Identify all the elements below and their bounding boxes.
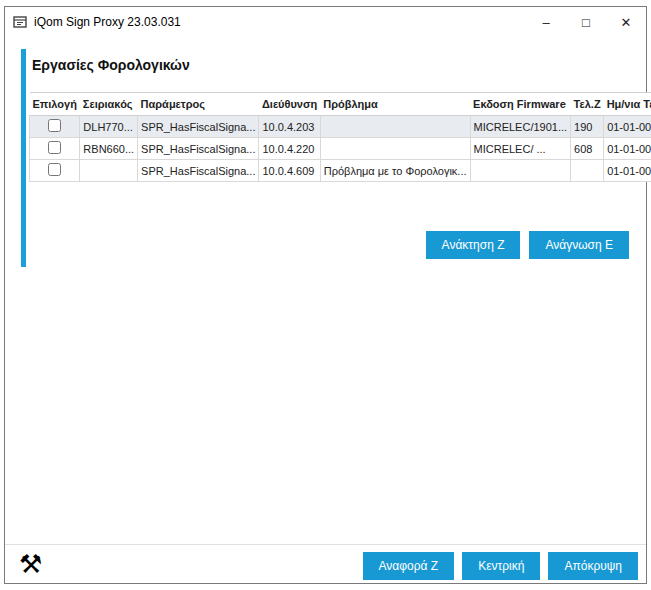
cell-problem [320, 138, 470, 160]
cell-date-telz: 01-01-0001 ... [604, 138, 651, 160]
titlebar: iQom Sign Proxy 23.03.031 – □ ✕ [5, 7, 646, 37]
column-header-address: Διεύθυνση [259, 93, 320, 116]
cell-address: 10.0.4.203 [259, 116, 320, 138]
cell-firmware [470, 160, 571, 182]
row-checkbox[interactable] [48, 119, 61, 132]
close-button[interactable]: ✕ [606, 7, 646, 37]
report-z-button[interactable]: Αναφορά Z [363, 552, 455, 580]
cell-problem: Πρόβλημα με το Φορολογικ... [320, 160, 470, 182]
cell-serial: DLH770... [80, 116, 138, 138]
window-title: iQom Sign Proxy 23.03.031 [34, 15, 181, 29]
footer-divider [5, 544, 646, 545]
table-header-row: Επιλογή Σειριακός Παράμετρος Διεύθυνση Π… [30, 93, 651, 116]
column-header-date-telz: Ημ/νια Τελ.Z [604, 93, 651, 116]
cell-problem [320, 116, 470, 138]
column-header-parameter: Παράμετρος [138, 93, 259, 116]
table-actions: Ανάκτηση Z Ανάγνωση E [426, 231, 629, 259]
column-header-firmware: Εκδοση Firmware [470, 93, 571, 116]
cell-address: 10.0.4.609 [259, 160, 320, 182]
minimize-button[interactable]: – [526, 7, 566, 37]
tools-icon[interactable]: ⚒ [19, 549, 42, 579]
accent-bar [21, 49, 26, 267]
cell-parameter: SPR_HasFiscalSigna... [138, 160, 259, 182]
cell-serial: RBN660... [80, 138, 138, 160]
table-row[interactable]: RBN660... SPR_HasFiscalSigna... 10.0.4.2… [30, 138, 651, 160]
fiscal-devices-table: Επιλογή Σειριακός Παράμετρος Διεύθυνση Π… [29, 92, 651, 182]
retrieve-z-button[interactable]: Ανάκτηση Z [426, 231, 521, 259]
cell-address: 10.0.4.220 [259, 138, 320, 160]
column-header-serial: Σειριακός [80, 93, 138, 116]
cell-parameter: SPR_HasFiscalSigna... [138, 116, 259, 138]
column-header-telz: Τελ.Z [571, 93, 604, 116]
read-e-button[interactable]: Ανάγνωση E [529, 231, 629, 259]
cell-date-telz: 01-01-0001 ... [604, 160, 651, 182]
table-row[interactable]: DLH770... SPR_HasFiscalSigna... 10.0.4.2… [30, 116, 651, 138]
cell-firmware: MICRELEC/1901... [470, 116, 571, 138]
app-window: iQom Sign Proxy 23.03.031 – □ ✕ Εργασίες… [4, 6, 647, 584]
cell-telz [571, 160, 604, 182]
column-header-select: Επιλογή [30, 93, 80, 116]
maximize-button[interactable]: □ [566, 7, 606, 37]
column-header-problem: Πρόβλημα [320, 93, 470, 116]
cell-telz: 190 [571, 116, 604, 138]
row-checkbox[interactable] [48, 163, 61, 176]
central-button[interactable]: Κεντρική [462, 552, 540, 580]
page-title: Εργασίες Φορολογικών [32, 57, 190, 73]
cell-parameter: SPR_HasFiscalSigna... [138, 138, 259, 160]
cell-firmware: MICRELEC/ ... [470, 138, 571, 160]
table-row[interactable]: SPR_HasFiscalSigna... 10.0.4.609 Πρόβλημ… [30, 160, 651, 182]
hide-button[interactable]: Απόκρυψη [548, 552, 638, 580]
cell-telz: 608 [571, 138, 604, 160]
cell-serial [80, 160, 138, 182]
window-controls: – □ ✕ [526, 7, 646, 37]
app-icon [12, 14, 28, 30]
cell-date-telz: 01-01-0001 ... [604, 116, 651, 138]
footer-actions: Αναφορά Z Κεντρική Απόκρυψη [363, 552, 638, 580]
row-checkbox[interactable] [48, 141, 61, 154]
